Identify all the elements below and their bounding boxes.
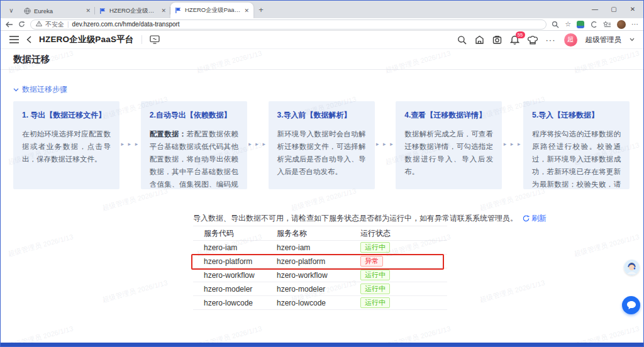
table-row-hzero-workflow[interactable]: hzero-workflowhzero-workflow运行中 [193,268,447,282]
service-code-cell: hzero-workflow [193,271,277,280]
menu-hamburger-icon[interactable] [9,36,19,43]
service-code-cell: hzero-iam [193,243,277,252]
favorites-bar-icon[interactable] [603,21,611,28]
status-badge-running: 运行中 [360,297,390,308]
tab-strip: ∨ Eureka✕HZERO企业级PaaS平台✕HZERO企业级PaaS平台-数… [1,1,643,18]
workbench-camera-icon[interactable] [492,35,502,45]
flag-favicon [175,7,182,14]
service-name-cell: hzero-lowcode [277,299,360,307]
zoom-icon[interactable] [552,21,559,28]
service-code-cell: hzero-modeler [193,285,277,294]
step-arrow-icon: ▸ ▸ ▸ [247,101,269,189]
app-header: HZERO企业级PaaS平台 55 ··· 超 [1,31,643,49]
service-name-cell: hzero-iam [277,243,360,252]
url-bar: 不安全 | dev.hzero.com.cn/hmde/data-transpo… [1,18,643,31]
separator: | [67,21,69,28]
chef-hat-icon[interactable] [528,35,538,45]
page-content: 数据迁移步骤 1. 导出【数据迁移文件】在初始环境选择对应配置数据或者业务数据，… [1,70,643,343]
column-header-name: 服务名称 [277,228,360,239]
refresh-icon[interactable] [18,21,25,28]
service-name-cell: hzero-platform [277,257,360,266]
back-chevron-icon[interactable] [26,36,31,43]
tab-close-icon[interactable]: ✕ [86,8,91,14]
back-icon[interactable] [6,21,13,28]
search-icon[interactable] [457,35,467,45]
refresh-button[interactable]: 刷新 [523,213,547,224]
notification-bell-icon[interactable]: 55 [510,35,519,45]
page-title: 数据迁移 [13,53,50,65]
tab-search-chevron-icon[interactable]: ∨ [4,4,18,16]
not-secure-warning-icon [36,21,42,28]
step-arrow-icon: ▸ ▸ ▸ [375,101,396,189]
extension-icon[interactable] [577,21,584,28]
user-name[interactable]: 超级管理员 [586,35,622,45]
status-badge-running: 运行中 [360,242,390,253]
service-status-cell: 运行中 [360,284,447,294]
browser-tab-1[interactable]: Eureka✕ [19,3,95,18]
step-title: 5.导入【迁移数据】 [532,110,621,121]
step-arrow-icon: ▸ ▸ ▸ [119,101,141,189]
address-field[interactable]: 不安全 | dev.hzero.com.cn/hmde/data-transpo… [30,19,547,30]
step-description: 新环境导入数据时会自动解析迁移数据文件，可选择解析完成后是否自动导入、导入后是否… [277,128,366,178]
user-avatar[interactable]: 超 [564,33,577,47]
service-status-cell: 异常 [360,256,447,267]
browser-tab-2[interactable]: HZERO企业级PaaS平台✕ [95,3,170,18]
maximize-button[interactable]: ▢ [604,1,623,17]
service-status-cell: 运行中 [360,242,447,253]
table-header-row: 服务代码 服务名称 运行状态 [193,226,447,241]
service-notice: 导入数据、导出数据不可用，请检查如下服务状态是否都为运行中，如有异常请联系系统管… [193,213,547,224]
column-header-code: 服务代码 [193,228,277,239]
refresh-icon [523,215,530,222]
tab-title: HZERO企业级PaaS平台 [109,7,158,15]
step-arrow-icon: ▸ ▸ ▸ [502,101,523,189]
home-icon[interactable] [475,35,484,45]
tab-title: HZERO企业级PaaS平台-数据迁移 [185,6,241,14]
tab-close-icon[interactable]: ✕ [244,8,249,14]
minimize-button[interactable]: — [586,1,604,17]
url-text[interactable]: dev.hzero.com.cn/hmde/data-transport [72,21,180,28]
new-tab-button[interactable]: + [253,2,269,17]
urlbar-actions: ☆ ⋯ [552,20,638,29]
step-term: 配置数据： [150,130,187,138]
browser-profile-avatar[interactable] [617,20,626,29]
status-badge-running: 运行中 [360,270,390,280]
chat-bubble-icon [626,300,636,310]
step-card-3: 3.导入前【数据解析】新环境导入数据时会自动解析迁移数据文件，可选择解析完成后是… [269,101,375,189]
table-row-hzero-platform[interactable]: hzero-platformhzero-platform异常 [193,255,447,268]
globe-icon [24,8,31,14]
table-row-hzero-iam[interactable]: hzero-iamhzero-iam运行中 [193,241,447,255]
browser-tab-3[interactable]: HZERO企业级PaaS平台-数据迁移✕ [170,3,253,18]
step-description: 在初始环境选择对应配置数据或者业务数据，点击导出，保存数据迁移文件。 [22,128,111,165]
browser-window: ∨ Eureka✕HZERO企业级PaaS平台✕HZERO企业级PaaS平台-数… [0,0,644,347]
page-title-bar: 数据迁移 [1,49,643,70]
header-more-icon[interactable]: ··· [546,35,556,45]
table-row-hzero-lowcode[interactable]: hzero-lowcodehzero-lowcode运行中 [193,296,447,310]
step-card-1: 1. 导出【数据迁移文件】在初始环境选择对应配置数据或者业务数据，点击导出，保存… [13,101,119,189]
security-label[interactable]: 不安全 [45,20,64,29]
monitor-icon[interactable] [150,35,160,44]
service-code-cell: hzero-platform [193,257,277,266]
tab-title: Eureka [34,8,82,14]
column-header-status: 运行状态 [360,228,447,239]
service-status-cell: 运行中 [360,270,447,280]
customer-service-avatar[interactable] [624,260,640,275]
table-row-hzero-modeler[interactable]: hzero-modelerhzero-modeler运行中 [193,282,447,296]
browser-more-icon[interactable]: ⋯ [631,20,638,28]
service-status-cell: 运行中 [360,297,447,308]
flag-favicon [99,8,106,14]
favorite-star-icon[interactable]: ☆ [565,20,571,28]
service-name-cell: hzero-workflow [277,271,360,280]
status-badge-running: 运行中 [360,284,390,294]
step-title: 3.导入前【数据解析】 [277,110,366,121]
chevron-down-icon[interactable] [630,38,635,41]
collections-icon[interactable] [590,21,597,28]
service-status-table: 服务代码 服务名称 运行状态 hzero-iamhzero-iam运行中hzer… [193,226,447,310]
step-title: 2.自动导出【依赖数据】 [150,110,238,121]
window-bottom-edge [1,343,643,346]
steps-section-toggle[interactable]: 数据迁移步骤 [13,84,67,95]
close-button[interactable]: ✕ [623,1,642,17]
step-card-4: 4.查看【迁移数据详情】数据解析完成之后，可查看迁移数据详情，可勾选指定数据进行… [396,101,502,189]
tab-close-icon[interactable]: ✕ [161,8,166,14]
notification-badge: 55 [516,31,525,38]
chat-widget-button[interactable] [622,296,640,314]
